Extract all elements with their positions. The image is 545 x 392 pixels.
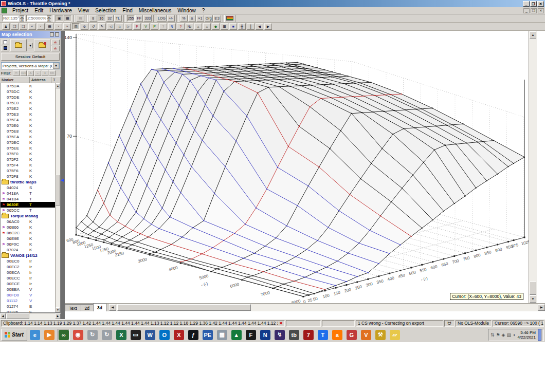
edit-button[interactable]: ✎ [98,23,106,30]
mdi-close-button[interactable]: ✕ [538,8,544,13]
chart-button[interactable]: ▲ [194,23,202,30]
hscroll-thumb[interactable] [6,313,29,319]
window-prev-button[interactable]: ❐ [11,23,19,30]
map-list-hscrollbar[interactable]: ◀ ▶ [0,313,61,319]
scroll-right-icon[interactable]: ▶ [55,313,61,319]
checksum-button[interactable]: ↯ [168,23,176,30]
map-row-075E0[interactable]: 075E0K [1,100,60,106]
import-file-button[interactable] [34,39,50,51]
close-button[interactable]: ✕ [537,1,544,7]
winols-app-icon[interactable]: ∞ [58,329,70,341]
map-row-00FD0[interactable]: 00FD0V [1,292,60,298]
export-green-button[interactable]: ◆ [212,23,220,30]
list-column-headers[interactable]: Marker Address T ▲ [0,77,61,83]
recycle-button[interactable]: ↺ [89,23,97,30]
window-next-button[interactable]: ❏ [20,23,27,30]
map-row-0418A[interactable]: ⚑0418AT [1,191,60,196]
home-button[interactable]: ⌂ [116,23,123,30]
rotation-field[interactable]: Rot:135° ▲▼ [2,15,25,22]
map-row-04024[interactable]: 04024S [1,185,60,191]
restore-button[interactable]: ❐ [530,1,537,7]
calculator-icon[interactable]: ▦ [216,329,228,341]
scope-dropdown[interactable]: Projects, Versions & Maps: (Ctrl ▼ [1,62,60,69]
help-context-button[interactable]: ? [159,23,167,30]
list-view-button[interactable]: ☰ [221,23,228,30]
folder-window-icon[interactable]: ▱ [389,329,401,341]
map-row-075DC[interactable]: 075DCK [1,89,60,95]
mdi-restore-button[interactable]: ❐ [531,8,537,13]
split-h-button[interactable]: ╫ [238,23,246,30]
display-hex-button[interactable]: FF [135,15,143,22]
save-button[interactable] [1,46,9,51]
chart-scroll-down-icon[interactable]: ▼ [530,295,536,303]
map-row-06F0C[interactable]: ⚑06F0CK [1,241,60,247]
view-3d-button[interactable]: ▣ [56,15,63,22]
menu-window[interactable]: Window [174,7,199,14]
map-row-075F0[interactable]: 075F0K [1,151,60,157]
mdi-child-icon[interactable] [2,8,7,13]
chart-hscroll-thumb[interactable] [117,304,251,311]
folder-row[interactable]: VANOS (16/12 [1,253,60,258]
vscroll-thumb[interactable] [56,175,60,206]
chart-scroll-left-icon[interactable]: ◀ [109,304,116,311]
minimize-button[interactable]: _ [523,1,530,7]
view-table-button[interactable]: ▦ [64,15,71,22]
tb-circle-icon[interactable]: tb [288,329,300,341]
chart-scroll-right-icon[interactable]: ▶ [538,304,545,311]
tray-network-icon[interactable]: ◈ [502,332,505,338]
map-row-06AC0[interactable]: 06AC0K [1,219,60,225]
chart-hscrollbar[interactable]: ◀ ▶ [109,304,545,311]
rotation-spinner[interactable]: ▲▼ [20,15,24,22]
avast-icon[interactable]: a [331,329,343,341]
display-dec-button[interactable]: 255 [127,15,135,22]
times-one-button[interactable]: ×1 [196,15,204,22]
width-32bit-button[interactable]: 32 [106,15,114,22]
column-type[interactable]: T ▲ [51,77,61,83]
map-row-00EC2[interactable]: 00EC2Ir [1,264,60,270]
prev-map-button[interactable]: ‹ [37,23,45,30]
back-button[interactable]: ◁ [107,23,115,30]
map-row-075EE[interactable]: 075EEK [1,145,60,151]
column-address[interactable]: Address [30,77,51,83]
export-version-button[interactable]: ⎆ [51,46,60,51]
virtualbox-icon[interactable]: V [360,329,372,341]
help-button[interactable]: ? [177,23,185,30]
pane-left-button[interactable]: ◀ [256,23,263,30]
percent-button[interactable]: % [180,15,188,22]
map-row-00ECE[interactable]: 00ECEIr [1,281,60,287]
width-text-button[interactable]: TL [114,15,122,22]
eeprom-chip-icon[interactable]: ▭ [130,329,142,341]
folder-p-button[interactable]: P [151,23,158,30]
width-16bit-button[interactable]: 16 [98,15,105,22]
map-row-0630E[interactable]: ⚑0630ET [1,202,60,208]
open-project-button[interactable] [10,39,27,51]
color-scale-button[interactable] [226,16,233,21]
filter-button-2[interactable]: mm [20,70,27,76]
menu-project[interactable]: Project [9,7,31,14]
map-row-065CC[interactable]: ⚑065CCT [1,208,60,213]
add-version-button[interactable]: ⎆ [51,40,60,45]
map-row-07024[interactable]: 07024K [1,247,60,253]
folder-v-button[interactable]: V [142,23,150,30]
internet-explorer-icon[interactable]: e [29,329,41,341]
map-row-075E6[interactable]: 075E6K [1,123,60,128]
menu-hardware[interactable]: Hardware [46,7,75,14]
map-row-06E9E[interactable]: 06E9EK [1,236,60,241]
folder-f-button[interactable]: F [133,23,141,30]
tray-flag-icon[interactable]: ⚑ [496,332,500,338]
filter-button-5[interactable]: ♦ [42,70,48,76]
pe-tool-icon[interactable]: PE [202,329,214,341]
collapse-panel-icon[interactable]: ◀ [61,178,64,182]
panel-splitter[interactable]: ◀ [61,31,65,319]
next-map-button[interactable]: › [55,23,62,30]
chevron-down-icon[interactable]: ▼ [53,63,59,69]
console-app-icon[interactable]: ƒ [187,329,199,341]
hardware-button[interactable]: ♟ [2,23,10,30]
first-map-button[interactable]: « [28,23,36,30]
excel-icon[interactable]: X [115,329,128,341]
split-v-button[interactable]: ║ [247,23,255,30]
map-row-041B4[interactable]: ⚑041B4T [1,196,60,202]
zoom-spinner[interactable]: ▲▼ [47,15,51,22]
map-row-00EC0[interactable]: 00EC0Ir [1,258,60,264]
width-8bit-button[interactable]: 8 [89,15,97,22]
